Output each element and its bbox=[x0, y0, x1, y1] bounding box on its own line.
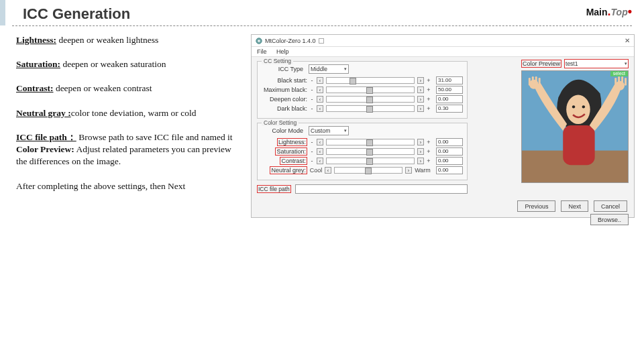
slider-track[interactable] bbox=[326, 139, 415, 145]
slider-thumb[interactable] bbox=[366, 158, 373, 165]
slider-track[interactable] bbox=[334, 167, 402, 174]
menu-file[interactable]: File bbox=[257, 48, 267, 55]
app-icon bbox=[256, 38, 262, 44]
icc-file-path-label: ICC file path bbox=[257, 185, 291, 193]
menu-help[interactable]: Help bbox=[276, 48, 289, 55]
slider-label: Deepen color: bbox=[270, 96, 307, 103]
slider-track[interactable] bbox=[326, 148, 415, 155]
icc-path-desc: Browse path to save ICC file and named i… bbox=[78, 132, 232, 142]
cc-group-title: CC Setting bbox=[262, 58, 293, 64]
slider-decrement[interactable]: ‹ bbox=[325, 167, 331, 174]
slider-increment[interactable]: › bbox=[417, 96, 424, 103]
slider-track[interactable] bbox=[326, 105, 415, 112]
slider-value-input[interactable]: 0.00 bbox=[436, 166, 463, 174]
svg-point-1 bbox=[258, 40, 260, 42]
color-preview-select[interactable]: test1▾ bbox=[564, 59, 629, 68]
svg-rect-18 bbox=[625, 78, 627, 86]
slider-decrement[interactable]: ‹ bbox=[317, 86, 323, 93]
slider-thumb[interactable] bbox=[366, 149, 373, 156]
maximize-icon[interactable] bbox=[319, 38, 324, 44]
slider-value-input[interactable]: 0.00 bbox=[436, 147, 463, 156]
slider-decrement[interactable]: ‹ bbox=[317, 77, 323, 84]
slider-thumb[interactable] bbox=[366, 87, 373, 94]
close-icon[interactable]: ✕ bbox=[625, 37, 630, 44]
slider-decrement[interactable]: ‹ bbox=[317, 105, 323, 112]
slider-track[interactable] bbox=[326, 96, 415, 103]
slider-track[interactable] bbox=[326, 158, 415, 164]
slider-thumb[interactable] bbox=[365, 168, 372, 174]
slider-value-input[interactable]: 0.30 bbox=[436, 105, 463, 113]
slider-label: Lightness: bbox=[277, 138, 307, 146]
range-max-label: + bbox=[426, 86, 431, 93]
slider-thumb[interactable] bbox=[350, 78, 356, 84]
slide-title: ICC Generation bbox=[0, 0, 644, 25]
slider-label: Maximum black: bbox=[264, 86, 307, 93]
svg-point-5 bbox=[566, 95, 590, 124]
range-max-label: + bbox=[426, 105, 431, 112]
slider-thumb[interactable] bbox=[366, 139, 373, 146]
svg-rect-13 bbox=[535, 76, 537, 86]
cc-setting-group: CC Setting ICC Type Middle▾ Black start:… bbox=[257, 61, 468, 119]
slider-track[interactable] bbox=[326, 86, 415, 93]
icc-file-path-input[interactable] bbox=[295, 184, 468, 194]
slider-row: Deepen color:-‹›+0.00 bbox=[262, 95, 463, 103]
svg-rect-16 bbox=[618, 76, 620, 86]
slider-decrement[interactable]: ‹ bbox=[317, 139, 323, 145]
select-badge[interactable]: select bbox=[610, 71, 628, 76]
slider-increment[interactable]: › bbox=[417, 105, 424, 112]
svg-rect-15 bbox=[614, 78, 616, 86]
slider-value-input[interactable]: 50.00 bbox=[436, 86, 463, 94]
slider-increment[interactable]: › bbox=[417, 148, 424, 155]
slider-value-input[interactable]: 0.00 bbox=[436, 157, 463, 165]
slider-increment[interactable]: › bbox=[417, 77, 424, 84]
slider-value-input[interactable]: 0.00 bbox=[436, 138, 463, 146]
svg-rect-17 bbox=[621, 76, 623, 86]
app-title-text: MtColor-Zero 1.4.0 bbox=[265, 38, 316, 44]
saturation-desc: deepen or weaken saturation bbox=[60, 59, 166, 69]
range-max-label: + bbox=[426, 148, 431, 155]
svg-rect-12 bbox=[532, 76, 534, 86]
browse-button[interactable]: Browse.. bbox=[590, 214, 629, 225]
slider-label: Saturation: bbox=[275, 147, 307, 156]
svg-point-7 bbox=[582, 105, 585, 108]
slider-thumb[interactable] bbox=[366, 106, 373, 113]
slider-row: Maximum black:-‹›+50.00 bbox=[262, 86, 463, 94]
saturation-term: Saturation: bbox=[16, 59, 60, 69]
slider-increment[interactable]: › bbox=[405, 167, 412, 174]
menubar: File Help bbox=[252, 47, 634, 57]
slider-label: Neutral grey: bbox=[270, 166, 307, 174]
icc-type-select[interactable]: Middle▾ bbox=[309, 64, 349, 74]
slider-decrement[interactable]: ‹ bbox=[317, 158, 323, 164]
contrast-desc: deepen or weaken contrast bbox=[54, 83, 152, 93]
slider-value-input[interactable]: 0.00 bbox=[436, 95, 463, 103]
slider-row: Contrast:-‹›+0.00 bbox=[262, 157, 463, 165]
slider-increment[interactable]: › bbox=[417, 139, 424, 145]
chevron-down-icon: ▾ bbox=[344, 128, 347, 133]
range-min-label: - bbox=[309, 148, 315, 155]
range-min-label: - bbox=[309, 139, 315, 145]
slider-decrement[interactable]: ‹ bbox=[317, 96, 323, 103]
slider-row: Neutral grey:Cool‹›Warm0.00 bbox=[262, 166, 463, 174]
chevron-down-icon: ▾ bbox=[344, 66, 347, 72]
range-min-label: - bbox=[309, 158, 315, 164]
slider-label: Contrast: bbox=[280, 157, 307, 165]
slider-value-input[interactable]: 31.00 bbox=[436, 76, 463, 84]
range-max-label: + bbox=[426, 96, 431, 103]
neutral-gray-term: Neutral gray : bbox=[16, 108, 71, 118]
neutral-gray-desc: color tone deviation, warm or cold bbox=[71, 108, 197, 118]
slider-track[interactable] bbox=[326, 77, 415, 84]
slider-row: Black start:-‹›+31.00 bbox=[262, 76, 463, 84]
slider-thumb[interactable] bbox=[366, 97, 373, 103]
color-mode-value: Custom bbox=[311, 127, 330, 134]
icc-type-value: Middle bbox=[311, 66, 327, 72]
color-mode-select[interactable]: Custom▾ bbox=[309, 126, 349, 135]
color-preview-term: Color Preview: bbox=[16, 144, 74, 154]
range-min-label: - bbox=[309, 86, 315, 93]
range-max-label: + bbox=[426, 139, 431, 145]
slider-decrement[interactable]: ‹ bbox=[317, 148, 323, 155]
range-min-label: - bbox=[309, 96, 315, 103]
color-preview-label: Color Preview bbox=[521, 60, 561, 68]
slider-row: Lightness:-‹›+0.00 bbox=[262, 138, 463, 146]
slider-increment[interactable]: › bbox=[417, 158, 424, 164]
slider-increment[interactable]: › bbox=[417, 86, 424, 93]
